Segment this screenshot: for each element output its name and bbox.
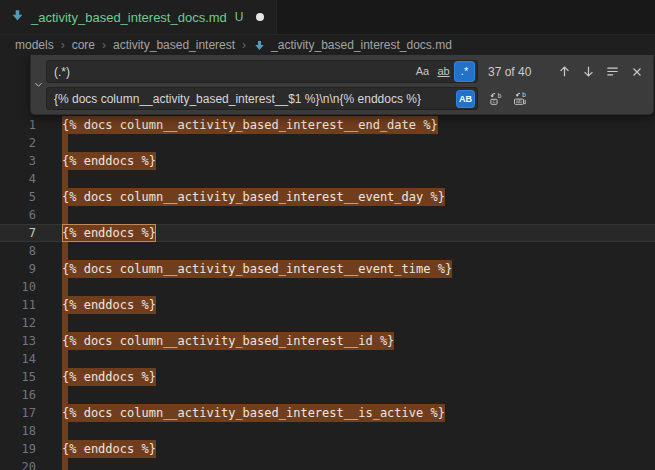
- line-text[interactable]: [62, 458, 68, 470]
- line-number[interactable]: 1: [0, 116, 36, 134]
- editor-line[interactable]: 14: [0, 350, 655, 368]
- next-match-button[interactable]: [578, 61, 599, 82]
- editor-line[interactable]: 8: [0, 242, 655, 260]
- editor-line[interactable]: 13{% docs column__activity_based_interes…: [0, 332, 655, 350]
- line-number[interactable]: 20: [0, 458, 36, 470]
- tab-bar: _activity_based_interest_docs.md U: [0, 0, 655, 35]
- line-number[interactable]: 19: [0, 440, 36, 458]
- selection-lines-icon: [605, 64, 620, 79]
- line-text[interactable]: {% enddocs %}: [62, 440, 156, 458]
- line-text[interactable]: [62, 314, 68, 332]
- find-match-highlight-empty-line: [62, 458, 68, 470]
- editor-line[interactable]: 7{% enddocs %}: [0, 224, 655, 242]
- line-text[interactable]: {% enddocs %}: [62, 224, 156, 242]
- line-text[interactable]: {% docs column__activity_based_interest_…: [62, 188, 445, 206]
- editor-line[interactable]: 17{% docs column__activity_based_interes…: [0, 404, 655, 422]
- find-input[interactable]: (.*) Aa ab .*: [46, 60, 478, 83]
- regex-toggle[interactable]: .*: [455, 62, 474, 81]
- line-text[interactable]: [62, 206, 68, 224]
- arrow-down-icon: [581, 64, 596, 79]
- editor-line[interactable]: 9{% docs column__activity_based_interest…: [0, 260, 655, 278]
- find-match-highlight: {% docs column__activity_based_interest_…: [62, 188, 445, 206]
- editor-line[interactable]: 6: [0, 206, 655, 224]
- editor-line[interactable]: 19{% enddocs %}: [0, 440, 655, 458]
- replace-all-button[interactable]: b ab: [510, 88, 531, 109]
- line-number[interactable]: 2: [0, 134, 36, 152]
- find-match-highlight-empty-line: [62, 350, 68, 368]
- editor-line[interactable]: 16: [0, 386, 655, 404]
- line-number[interactable]: 16: [0, 386, 36, 404]
- replace-button[interactable]: b c: [486, 88, 507, 109]
- close-button[interactable]: [626, 61, 647, 82]
- line-text[interactable]: {% docs column__activity_based_interest_…: [62, 260, 452, 278]
- find-replace-widget: (.*) Aa ab .* 37 of 40: [30, 55, 654, 115]
- preserve-case-toggle[interactable]: AB: [457, 91, 474, 107]
- line-number[interactable]: 18: [0, 422, 36, 440]
- line-number[interactable]: 17: [0, 404, 36, 422]
- replace-all-icon: b ab: [513, 91, 528, 106]
- editor-line[interactable]: 5{% docs column__activity_based_interest…: [0, 188, 655, 206]
- svg-text:ab: ab: [516, 98, 522, 104]
- line-number[interactable]: 9: [0, 260, 36, 278]
- line-text[interactable]: {% docs column__activity_based_interest_…: [62, 116, 438, 134]
- tab-activity-based-interest-docs[interactable]: _activity_based_interest_docs.md U: [0, 0, 277, 34]
- breadcrumb-item-core[interactable]: core: [72, 38, 95, 52]
- line-number[interactable]: 15: [0, 368, 36, 386]
- line-text[interactable]: [62, 422, 68, 440]
- line-number[interactable]: 7: [0, 224, 36, 242]
- svg-text:b: b: [522, 91, 526, 99]
- editor-line[interactable]: 1{% docs column__activity_based_interest…: [0, 116, 655, 134]
- find-in-selection-button[interactable]: [602, 61, 623, 82]
- line-text[interactable]: [62, 170, 68, 188]
- line-text[interactable]: {% enddocs %}: [62, 368, 156, 386]
- breadcrumb-item-activity-based-interest[interactable]: activity_based_interest: [113, 38, 235, 52]
- line-text[interactable]: [62, 278, 68, 296]
- editor-line[interactable]: 3{% enddocs %}: [0, 152, 655, 170]
- editor-line[interactable]: 10: [0, 278, 655, 296]
- find-row: (.*) Aa ab .* 37 of 40: [46, 60, 647, 83]
- line-number[interactable]: 13: [0, 332, 36, 350]
- editor-line[interactable]: 12: [0, 314, 655, 332]
- line-text[interactable]: {% enddocs %}: [62, 296, 156, 314]
- editor-line[interactable]: 2: [0, 134, 655, 152]
- line-number[interactable]: 11: [0, 296, 36, 314]
- editor-line[interactable]: 20: [0, 458, 655, 470]
- line-number[interactable]: 12: [0, 314, 36, 332]
- markdown-file-icon: [10, 8, 25, 27]
- line-text[interactable]: [62, 350, 68, 368]
- line-number[interactable]: 4: [0, 170, 36, 188]
- breadcrumb-item-file[interactable]: _activity_based_interest_docs.md: [253, 38, 452, 52]
- previous-match-button[interactable]: [554, 61, 575, 82]
- tab-label: _activity_based_interest_docs.md: [31, 10, 227, 25]
- git-status-badge: U: [235, 10, 244, 24]
- breadcrumb-item-models[interactable]: models: [15, 38, 54, 52]
- line-number[interactable]: 5: [0, 188, 36, 206]
- line-text[interactable]: {% docs column__activity_based_interest_…: [62, 404, 445, 422]
- line-number[interactable]: 3: [0, 152, 36, 170]
- line-number[interactable]: 6: [0, 206, 36, 224]
- replace-input[interactable]: {% docs column__activity_based_interest_…: [46, 87, 478, 110]
- line-number[interactable]: 14: [0, 350, 36, 368]
- whole-word-toggle[interactable]: ab: [434, 62, 453, 81]
- line-number[interactable]: 10: [0, 278, 36, 296]
- svg-text:c: c: [492, 98, 495, 104]
- line-number[interactable]: 8: [0, 242, 36, 260]
- editor-line[interactable]: 4: [0, 170, 655, 188]
- line-text[interactable]: [62, 134, 68, 152]
- line-text[interactable]: [62, 386, 68, 404]
- line-text[interactable]: {% enddocs %}: [62, 152, 156, 170]
- line-text[interactable]: {% docs column__activity_based_interest_…: [62, 332, 394, 350]
- editor-line[interactable]: 18: [0, 422, 655, 440]
- toggle-replace-button[interactable]: [31, 55, 46, 114]
- editor-line[interactable]: 11{% enddocs %}: [0, 296, 655, 314]
- match-case-toggle[interactable]: Aa: [413, 62, 432, 81]
- chevron-right-icon: ›: [242, 38, 246, 52]
- modified-dot-icon[interactable]: [256, 13, 264, 21]
- replace-row: {% docs column__activity_based_interest_…: [46, 87, 647, 110]
- editor-pane[interactable]: 1{% docs column__activity_based_interest…: [0, 55, 655, 470]
- find-match-highlight: {% enddocs %}: [62, 296, 156, 314]
- line-text[interactable]: [62, 242, 68, 260]
- find-match-highlight: {% docs column__activity_based_interest_…: [62, 260, 452, 278]
- find-match-highlight-empty-line: [62, 314, 68, 332]
- editor-line[interactable]: 15{% enddocs %}: [0, 368, 655, 386]
